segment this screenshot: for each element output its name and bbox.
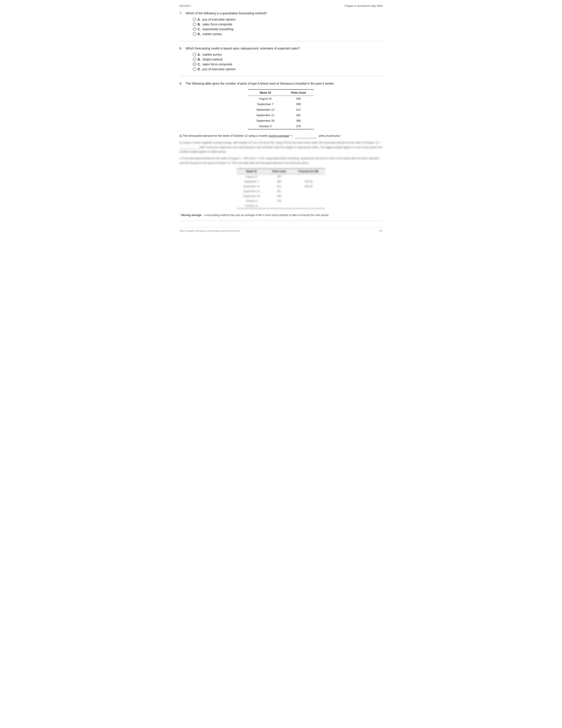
question-8-block: 8. Which forecasting model is based upon… [180, 47, 382, 76]
option-7-d[interactable]: D. market survey [193, 32, 382, 36]
sub-a-trailing: pints [319, 134, 325, 137]
footnote-description: – a forecasting method that uses an aver… [202, 214, 329, 217]
option-7-c-label: C. [198, 27, 201, 31]
option-8-a[interactable]: A. market survey [193, 53, 382, 56]
option-7-a-text: jury of executive opinion [203, 18, 236, 21]
option-7-b[interactable]: B. sales force composite [193, 23, 382, 26]
table-row: September 14 412 358.00 [237, 184, 325, 189]
radio-7-c[interactable] [193, 27, 196, 31]
blurred-week-6: October 5 [237, 199, 266, 203]
option-7-b-label: B. [198, 23, 201, 26]
blurred-table-wrapper: Week Of Pints Used Forecast for Wk Augus… [180, 168, 382, 209]
option-7-a-label: A. [198, 18, 201, 21]
table-row: August 31 345 [237, 174, 325, 179]
blurred-pints-7 [266, 203, 292, 209]
question-7-number: 7. [180, 11, 184, 15]
pints-2: 389 [283, 101, 314, 107]
radio-8-c[interactable] [193, 63, 196, 66]
footnote-section: 1 Moving average – a forecasting method … [180, 213, 382, 217]
table-row: September 14 412 [248, 107, 314, 112]
blurred-forecast-3: 358.00 [292, 184, 325, 189]
blurred-pints-4: 381 [266, 189, 292, 194]
option-8-b-text: Delphi method [203, 58, 222, 61]
footnote-ref-1: 1 [289, 134, 290, 136]
table-row: September 7 389 [248, 101, 314, 107]
option-8-b[interactable]: B. Delphi method [193, 58, 382, 61]
question-7-options: A. jury of executive opinion B. sales fo… [193, 18, 382, 36]
blurred-text-1: b) Using a 3-week weighted moving averag… [180, 140, 382, 154]
option-8-c[interactable]: C. sales force composite [193, 63, 382, 66]
table-row: October 5 378 [248, 123, 314, 129]
blurred-pints-3: 412 [266, 184, 292, 189]
option-7-d-label: D. [198, 32, 201, 36]
blurred-forecast-7 [292, 203, 325, 209]
week-3: September 14 [248, 107, 283, 112]
header-date: 9/21/2017 [180, 4, 191, 8]
question-8-body: Which forecasting model is based upon sa… [186, 47, 300, 50]
option-8-b-label: B. [198, 58, 201, 61]
week-5: September 28 [248, 118, 283, 123]
header-title: Chapter 4 Homework-Sally Nihill [344, 4, 382, 8]
pints-5: 366 [283, 118, 314, 123]
table-row: October 12 [237, 203, 325, 209]
question-7-block: 7. Which of the following is a quantitat… [180, 11, 382, 41]
sub-a-equals: = [291, 134, 293, 137]
blurred-col-forecast: Forecast for Wk [292, 169, 325, 174]
sub-a-text-before: a) The forecasted demand for the week of… [180, 134, 268, 137]
footnote-label: 1 Moving average – a forecasting method … [180, 213, 382, 217]
radio-8-d[interactable] [193, 67, 196, 71]
blurred-text-2: c) If the forecasted demand for the week… [180, 156, 382, 165]
week-1: August 31 [248, 96, 283, 102]
blurred-forecast-6 [292, 199, 325, 203]
table-row: August 31 345 [248, 96, 314, 102]
pints-3: 412 [283, 107, 314, 112]
week-6: October 5 [248, 123, 283, 129]
moving-average-link[interactable]: moving average [269, 134, 289, 137]
pints-4: 381 [283, 112, 314, 118]
question-8-options: A. market survey B. Delphi method C. sal… [193, 53, 382, 71]
blurred-pints-5: 366 [266, 194, 292, 199]
question-9-block: 9. The following table gives the number … [180, 82, 382, 221]
radio-7-a[interactable] [193, 18, 196, 21]
footer-url: https://edugen.wileyplus.com/edugen/cour… [180, 229, 240, 232]
blurred-pints-2: 389 [266, 179, 292, 184]
footnote-number: 1 [180, 213, 181, 215]
sub-question-a: a) The forecasted demand for the week of… [180, 133, 382, 138]
question-9-table-wrapper: Week Of Pints Used August 31 345 Septemb… [180, 89, 382, 129]
radio-8-a[interactable] [193, 53, 196, 56]
option-8-d[interactable]: D. jury of executive opinion [193, 67, 382, 71]
option-8-c-text: sales force composite [203, 63, 232, 66]
question-7-body: Which of the following is a quantitative… [186, 11, 267, 15]
option-8-d-label: D. [198, 67, 201, 71]
option-8-a-text: market survey [203, 53, 222, 56]
radio-7-d[interactable] [193, 32, 196, 36]
option-7-a[interactable]: A. jury of executive opinion [193, 18, 382, 21]
blurred-col-pints: Pints Used [266, 169, 292, 174]
table-row: September 28 366 [237, 194, 325, 199]
footer-page: 2/2 [379, 229, 382, 232]
option-7-d-text: market survey [203, 32, 222, 36]
blurred-week-3: September 14 [237, 184, 266, 189]
option-7-c-text: exponential smoothing [203, 27, 233, 31]
option-8-c-label: C. [198, 63, 201, 66]
radio-8-b[interactable] [193, 58, 196, 61]
col-week-of: Week Of [248, 89, 283, 96]
blurred-pints-1: 345 [266, 174, 292, 179]
option-8-a-label: A. [198, 53, 201, 56]
option-7-b-text: sales force composite [203, 23, 232, 26]
blurred-forecast-table: Week Of Pints Used Forecast for Wk Augus… [237, 168, 325, 209]
answer-blank-a[interactable] [295, 133, 317, 138]
page-footer: https://edugen.wileyplus.com/edugen/cour… [180, 227, 382, 232]
sub-a-italic: (round your [326, 134, 340, 137]
blurred-col-week: Week Of [237, 169, 266, 174]
blurred-forecast-5 [292, 194, 325, 199]
question-8-text: 8. Which forecasting model is based upon… [180, 47, 382, 50]
table-row: September 28 366 [248, 118, 314, 123]
pints-1: 345 [283, 96, 314, 102]
option-7-c[interactable]: C. exponential smoothing [193, 27, 382, 31]
radio-7-b[interactable] [193, 23, 196, 26]
blurred-forecast-2: 345.00 [292, 179, 325, 184]
pints-6: 378 [283, 123, 314, 129]
blurred-week-1: August 31 [237, 174, 266, 179]
col-pints-used: Pints Used [283, 89, 314, 96]
